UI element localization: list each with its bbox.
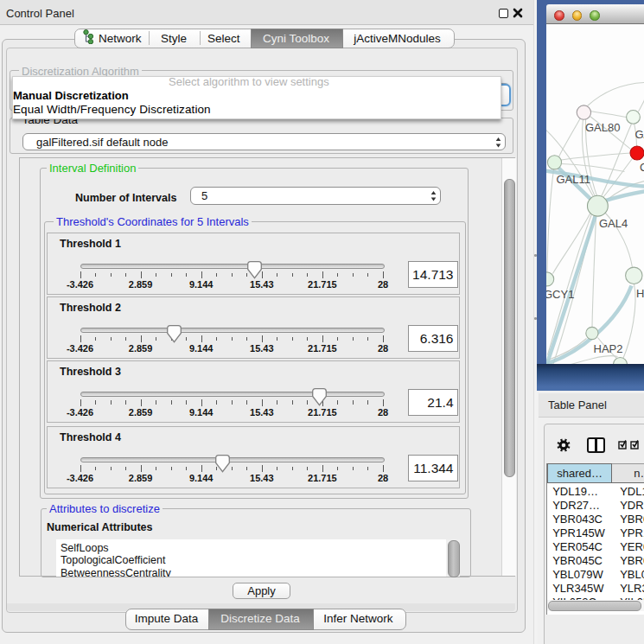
svg-text:CDC: CDC — [640, 161, 644, 174]
svg-text:GCY1: GCY1 — [546, 288, 574, 301]
svg-text:GAL80: GAL80 — [585, 120, 620, 133]
svg-text:GAL11: GAL11 — [556, 172, 590, 185]
svg-text:GAL4: GAL4 — [599, 217, 628, 230]
svg-text:HAP2: HAP2 — [593, 342, 622, 355]
svg-text:GAL3: GAL3 — [634, 127, 644, 140]
svg-text:HIS4: HIS4 — [636, 287, 644, 300]
